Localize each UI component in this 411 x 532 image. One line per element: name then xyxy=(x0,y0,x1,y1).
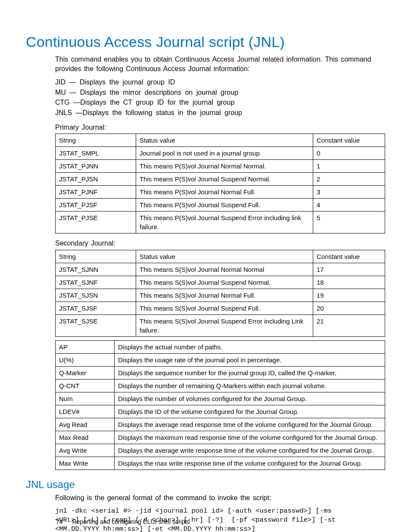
table-cell: JSTAT_PJSE xyxy=(56,212,136,233)
table-cell: Q-CNT xyxy=(56,379,115,392)
page: Continuous Access Journal script (JNL) T… xyxy=(0,0,411,532)
definition-line: JNLS —Displays the following status in t… xyxy=(55,108,385,118)
table-cell: LDEV# xyxy=(56,405,115,418)
table-cell: Displays the usage rate of the journal p… xyxy=(115,353,385,366)
table-cell: JSTAT_SJSN xyxy=(56,289,136,302)
table-row: APDisplays the actual number of paths. xyxy=(56,340,385,353)
page-title: Continuous Access Journal script (JNL) xyxy=(26,34,385,50)
table-header-cell: Status value xyxy=(136,134,313,147)
table-cell: Avg Read xyxy=(56,418,115,431)
body: This command enables you to obtain Conti… xyxy=(55,55,385,470)
table-cell: JSTAT_PJSN xyxy=(56,173,136,186)
table-row: JSTAT_PJNFThis means P(S)vol Journal Nor… xyxy=(56,186,385,199)
table-cell: JSTAT_SMPL xyxy=(56,147,136,160)
table-header-row: String Status value Constant value xyxy=(56,134,385,147)
usage-body: Following is the general format of the c… xyxy=(55,493,385,532)
table-cell: JSTAT_SJNF xyxy=(56,276,136,289)
table-cell: Displays the ID of the volume configured… xyxy=(115,405,385,418)
secondary-journal-label: Secondary Journal: xyxy=(55,239,385,248)
table-row: Avg WriteDisplays the average write resp… xyxy=(56,444,385,457)
table-cell: JSTAT_SJNN xyxy=(56,263,136,276)
table-row: JSTAT_SJNFThis means S(S)vol Journal Sus… xyxy=(56,276,385,289)
table-row: JSTAT_SJSEThis means S(S)vol Journal Sus… xyxy=(56,314,385,336)
table-cell: Displays the number of remaining Q-Marke… xyxy=(115,379,385,392)
table-row: JSTAT_PJSFThis means P(S)vol Journal Sus… xyxy=(56,199,385,212)
definition-line: JID — Displays the journal group ID xyxy=(55,78,385,87)
intro-paragraph: This command enables you to obtain Conti… xyxy=(55,55,385,73)
table-row: Q-CNTDisplays the number of remaining Q-… xyxy=(56,379,385,392)
footer-section: Reporting and configuring CLUI shell scr… xyxy=(72,518,190,525)
table-cell: Displays the average write response time… xyxy=(115,444,385,457)
table-header-row: String Status value Constant value xyxy=(56,250,385,263)
table-cell: 20 xyxy=(313,302,385,314)
table-header-cell: Constant value xyxy=(313,250,385,263)
table-cell: JSTAT_SJSE xyxy=(56,314,136,336)
table-cell: This means P(S)vol Journal Suspend Norma… xyxy=(136,173,313,186)
table-cell: Displays the maximum read response time … xyxy=(115,431,385,444)
table-cell: This means P(S)vol Journal Normal Full. xyxy=(136,186,313,199)
table-cell: 2 xyxy=(313,173,385,186)
table-row: LDEV#Displays the ID of the volume confi… xyxy=(56,405,385,418)
page-footer: 74 Reporting and configuring CLUI shell … xyxy=(56,518,190,525)
table-cell: This means S(S)vol Journal Suspend Full. xyxy=(136,302,313,314)
table-cell: 5 xyxy=(313,212,385,233)
table-cell: 4 xyxy=(313,199,385,212)
table-row: Max ReadDisplays the maximum read respon… xyxy=(56,431,385,444)
definition-line: MU — Displays the mirror descriptions on… xyxy=(55,88,385,97)
table-cell: This means S(S)vol Journal Suspend Norma… xyxy=(136,276,313,289)
secondary-journal-table: String Status value Constant value JSTAT… xyxy=(55,250,385,337)
table-cell: 3 xyxy=(313,186,385,199)
table-row: JSTAT_SJNNThis means S(S)vol Journal Nor… xyxy=(56,263,385,276)
table-row: JSTAT_SMPLJournal pool is not used in a … xyxy=(56,147,385,160)
table-row: JSTAT_PJSEThis means P(S)vol Journal Sus… xyxy=(56,212,385,233)
primary-journal-label: Primary Journal: xyxy=(55,123,385,132)
table-header-cell: Status value xyxy=(136,250,313,263)
table-cell: JSTAT_SJSF xyxy=(56,302,136,314)
table-row: Avg ReadDisplays the average read respon… xyxy=(56,418,385,431)
table-cell: This means S(S)vol Journal Suspend Error… xyxy=(136,314,313,336)
table-cell: 1 xyxy=(313,160,385,173)
table-cell: Displays the actual number of paths. xyxy=(115,340,385,353)
table-cell: 21 xyxy=(313,314,385,336)
table-cell: Num xyxy=(56,392,115,405)
usage-intro: Following is the general format of the c… xyxy=(55,493,385,503)
table-cell: This means P(S)vol Journal Suspend Error… xyxy=(136,212,313,233)
table-cell: JSTAT_PJSF xyxy=(56,199,136,212)
table-cell: Displays the max write response time of … xyxy=(115,457,385,470)
table-cell: Displays the average read response time … xyxy=(115,418,385,431)
table-row: U(%)Displays the usage rate of the journ… xyxy=(56,353,385,366)
table-header-cell: String xyxy=(56,250,136,263)
table-row: JSTAT_PJSNThis means P(S)vol Journal Sus… xyxy=(56,173,385,186)
table-header-cell: String xyxy=(56,134,136,147)
table-cell: This means P(S)vol Journal Suspend Full. xyxy=(136,199,313,212)
table-row: JSTAT_SJSFThis means S(S)vol Journal Sus… xyxy=(56,302,385,314)
table-cell: Displays the number of volumes configure… xyxy=(115,392,385,405)
table-cell: Max Write xyxy=(56,457,115,470)
table-cell: 17 xyxy=(313,263,385,276)
table-row: JSTAT_SJSNThis means S(S)vol Journal Nor… xyxy=(56,289,385,302)
usage-heading: JNL usage xyxy=(26,479,385,491)
table-cell: 18 xyxy=(313,276,385,289)
table-cell: 0 xyxy=(313,147,385,160)
table-cell: JSTAT_PJNN xyxy=(56,160,136,173)
table-cell: This means P(S)vol Journal Normal Normal… xyxy=(136,160,313,173)
table-cell: Q-Marker xyxy=(56,366,115,379)
table-row: Max WriteDisplays the max write response… xyxy=(56,457,385,470)
table-cell: This means S(S)vol Journal Normal Normal xyxy=(136,263,313,276)
table-cell: Max Read xyxy=(56,431,115,444)
table-row: NumDisplays the number of volumes config… xyxy=(56,392,385,405)
table-row: Q-MarkerDisplays the sequence number for… xyxy=(56,366,385,379)
table-cell: Avg Write xyxy=(56,444,115,457)
table-header-cell: Constant value xyxy=(313,134,385,147)
table-cell: U(%) xyxy=(56,353,115,366)
table-cell: 19 xyxy=(313,289,385,302)
field-description-table: APDisplays the actual number of paths.U(… xyxy=(55,340,385,470)
table-row: JSTAT_PJNNThis means P(S)vol Journal Nor… xyxy=(56,160,385,173)
table-cell: Journal pool is not used in a journal gr… xyxy=(136,147,313,160)
primary-journal-table: String Status value Constant value JSTAT… xyxy=(55,134,385,233)
definition-line: CTG —Displays the CT group ID for the jo… xyxy=(55,98,385,107)
page-number: 74 xyxy=(56,518,63,525)
table-cell: AP xyxy=(56,340,115,353)
table-cell: JSTAT_PJNF xyxy=(56,186,136,199)
table-cell: This means S(S)vol Journal Normal Full. xyxy=(136,289,313,302)
